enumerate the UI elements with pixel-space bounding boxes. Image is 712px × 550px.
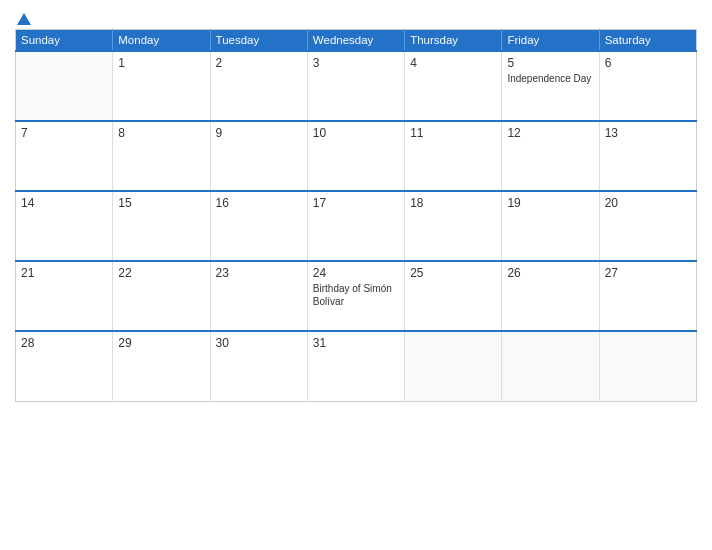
day-number: 22 (118, 266, 204, 280)
day-number: 13 (605, 126, 691, 140)
calendar-cell: 5Independence Day (502, 51, 599, 121)
day-number: 29 (118, 336, 204, 350)
calendar-cell: 20 (599, 191, 696, 261)
calendar-cell (405, 331, 502, 401)
day-number: 19 (507, 196, 593, 210)
week-row-5: 28293031 (16, 331, 697, 401)
calendar-cell: 22 (113, 261, 210, 331)
calendar-cell: 19 (502, 191, 599, 261)
calendar-cell (599, 331, 696, 401)
day-number: 26 (507, 266, 593, 280)
calendar-cell: 13 (599, 121, 696, 191)
day-number: 6 (605, 56, 691, 70)
calendar-cell: 14 (16, 191, 113, 261)
day-number: 4 (410, 56, 496, 70)
calendar-cell: 27 (599, 261, 696, 331)
calendar-cell: 18 (405, 191, 502, 261)
day-header-saturday: Saturday (599, 30, 696, 52)
header (15, 10, 697, 25)
calendar-cell: 15 (113, 191, 210, 261)
calendar-cell: 8 (113, 121, 210, 191)
day-number: 8 (118, 126, 204, 140)
day-header-wednesday: Wednesday (307, 30, 404, 52)
day-number: 11 (410, 126, 496, 140)
day-event: Birthday of Simón Bolívar (313, 283, 392, 307)
day-number: 16 (216, 196, 302, 210)
week-row-3: 14151617181920 (16, 191, 697, 261)
calendar-cell: 29 (113, 331, 210, 401)
calendar-cell (16, 51, 113, 121)
calendar-cell: 23 (210, 261, 307, 331)
week-row-1: 12345Independence Day6 (16, 51, 697, 121)
day-header-sunday: Sunday (16, 30, 113, 52)
day-number: 20 (605, 196, 691, 210)
logo-triangle-icon (17, 13, 31, 25)
day-event: Independence Day (507, 73, 591, 84)
day-number: 2 (216, 56, 302, 70)
day-header-thursday: Thursday (405, 30, 502, 52)
day-number: 27 (605, 266, 691, 280)
day-number: 28 (21, 336, 107, 350)
day-number: 1 (118, 56, 204, 70)
calendar-cell: 26 (502, 261, 599, 331)
day-number: 15 (118, 196, 204, 210)
day-number: 5 (507, 56, 593, 70)
calendar-cell: 7 (16, 121, 113, 191)
day-number: 12 (507, 126, 593, 140)
logo (15, 10, 31, 25)
calendar-table: SundayMondayTuesdayWednesdayThursdayFrid… (15, 29, 697, 402)
calendar-cell: 24Birthday of Simón Bolívar (307, 261, 404, 331)
day-number: 23 (216, 266, 302, 280)
day-number: 24 (313, 266, 399, 280)
day-number: 31 (313, 336, 399, 350)
day-header-tuesday: Tuesday (210, 30, 307, 52)
calendar-cell: 1 (113, 51, 210, 121)
day-number: 18 (410, 196, 496, 210)
week-row-4: 21222324Birthday of Simón Bolívar252627 (16, 261, 697, 331)
calendar-cell: 10 (307, 121, 404, 191)
calendar-cell: 4 (405, 51, 502, 121)
day-header-friday: Friday (502, 30, 599, 52)
calendar-cell: 28 (16, 331, 113, 401)
day-number: 10 (313, 126, 399, 140)
calendar-cell: 3 (307, 51, 404, 121)
calendar-cell: 6 (599, 51, 696, 121)
day-number: 14 (21, 196, 107, 210)
day-number: 3 (313, 56, 399, 70)
calendar-cell (502, 331, 599, 401)
calendar-cell: 12 (502, 121, 599, 191)
calendar-cell: 30 (210, 331, 307, 401)
calendar-cell: 11 (405, 121, 502, 191)
calendar-cell: 31 (307, 331, 404, 401)
day-number: 30 (216, 336, 302, 350)
day-number: 25 (410, 266, 496, 280)
calendar-header-row: SundayMondayTuesdayWednesdayThursdayFrid… (16, 30, 697, 52)
calendar-cell: 9 (210, 121, 307, 191)
calendar-cell: 21 (16, 261, 113, 331)
calendar-cell: 25 (405, 261, 502, 331)
calendar-cell: 2 (210, 51, 307, 121)
day-number: 9 (216, 126, 302, 140)
calendar-cell: 17 (307, 191, 404, 261)
day-number: 7 (21, 126, 107, 140)
week-row-2: 78910111213 (16, 121, 697, 191)
day-number: 21 (21, 266, 107, 280)
day-header-monday: Monday (113, 30, 210, 52)
day-number: 17 (313, 196, 399, 210)
calendar-cell: 16 (210, 191, 307, 261)
